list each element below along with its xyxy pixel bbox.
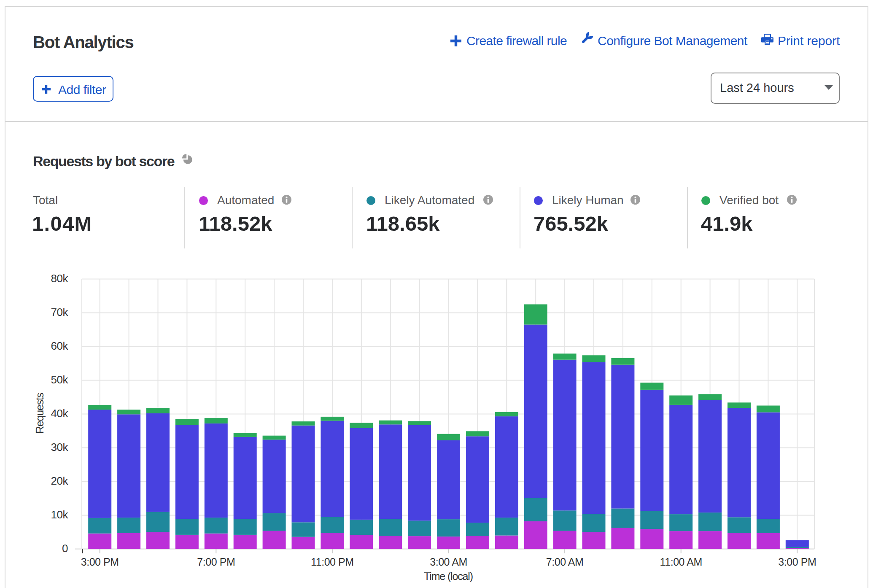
svg-text:Requests: Requests — [34, 393, 46, 434]
svg-text:70k: 70k — [51, 306, 69, 318]
svg-text:11:00 PM: 11:00 PM — [311, 556, 354, 568]
svg-text:Time (local): Time (local) — [424, 570, 473, 582]
svg-text:50k: 50k — [51, 373, 69, 386]
svg-text:7:00 PM: 7:00 PM — [197, 556, 235, 568]
svg-text:20k: 20k — [51, 475, 69, 487]
svg-text:11:00 AM: 11:00 AM — [660, 556, 702, 568]
svg-text:60k: 60k — [51, 340, 69, 352]
svg-text:3:00 PM: 3:00 PM — [81, 556, 119, 568]
svg-text:3:00 AM: 3:00 AM — [430, 556, 467, 568]
svg-text:7:00 AM: 7:00 AM — [546, 556, 584, 568]
svg-text:3:00 PM: 3:00 PM — [778, 556, 816, 568]
svg-text:80k: 80k — [51, 272, 69, 285]
svg-text:40k: 40k — [51, 407, 69, 420]
svg-text:0: 0 — [62, 542, 68, 555]
svg-text:30k: 30k — [51, 441, 69, 453]
svg-text:10k: 10k — [51, 508, 69, 521]
